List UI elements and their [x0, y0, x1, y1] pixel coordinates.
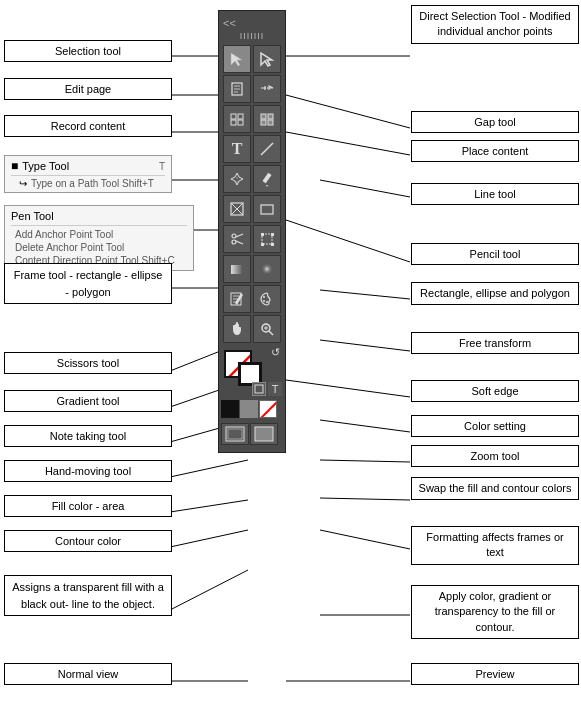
svg-rect-33	[238, 120, 243, 125]
row-note-color	[219, 284, 285, 314]
svg-line-11	[170, 530, 248, 547]
none-swatch[interactable]	[259, 400, 277, 418]
svg-point-45	[232, 234, 236, 238]
gradient-tool-btn[interactable]	[223, 255, 251, 283]
delete-anchor-label: Delete Anchor Point Tool	[11, 241, 187, 254]
label-color-setting: Color setting	[411, 415, 579, 437]
svg-line-18	[286, 220, 410, 262]
label-edit-page: Edit page	[4, 78, 172, 100]
record-content-btn[interactable]	[223, 105, 251, 133]
label-apply-color: Apply color, gradient or transparency to…	[411, 585, 579, 639]
row-edit-gap	[219, 74, 285, 104]
black-swatch[interactable]	[221, 400, 239, 418]
gap-tool-btn[interactable]	[253, 75, 281, 103]
svg-point-62	[266, 301, 268, 303]
svg-rect-68	[255, 385, 263, 393]
label-rect-ellipse: Rectangle, ellipse and polygon	[411, 282, 579, 305]
svg-line-24	[320, 498, 410, 500]
row-scissors-transform	[219, 224, 285, 254]
pen-tool-label: Pen Tool	[11, 210, 54, 222]
svg-rect-50	[261, 233, 264, 236]
formatting-frame-btn[interactable]	[252, 382, 266, 396]
svg-line-15	[286, 95, 410, 128]
toolbar-header: IIIIIII	[240, 31, 265, 44]
swap-colors-btn[interactable]: ↺	[271, 346, 280, 359]
svg-line-19	[320, 290, 410, 299]
color-setting-btn[interactable]	[253, 285, 281, 313]
soft-edge-btn[interactable]	[253, 255, 281, 283]
label-direct-selection: Direct Selection Tool - Modified individ…	[411, 5, 579, 44]
label-selection-tool: Selection tool	[4, 40, 172, 62]
edit-page-btn[interactable]	[223, 75, 251, 103]
label-fill-color: Fill color - area	[4, 495, 172, 517]
svg-rect-34	[261, 114, 266, 119]
label-hand-moving: Hand-moving tool	[4, 460, 172, 482]
label-line-tool: Line tool	[411, 183, 579, 205]
label-free-transform: Free transform	[411, 332, 579, 354]
label-pen-tool-popup: Pen Tool Add Anchor Point Tool Delete An…	[4, 205, 194, 271]
gray-swatch[interactable]	[240, 400, 258, 418]
svg-line-23	[320, 460, 410, 462]
label-normal-view: Normal view	[4, 663, 172, 685]
svg-marker-40	[266, 185, 268, 187]
svg-rect-31	[238, 114, 243, 119]
pen-tool-btn[interactable]	[223, 165, 251, 193]
svg-rect-72	[255, 427, 273, 441]
label-formatting-affects: Formatting affects frames or text	[411, 526, 579, 565]
toolbar: << IIIIIII	[218, 10, 286, 453]
type-tool-btn[interactable]: T	[223, 135, 251, 163]
direct-selection-tool-btn[interactable]	[253, 45, 281, 73]
label-gap-tool: Gap tool	[411, 111, 579, 133]
zoom-tool-btn[interactable]	[253, 315, 281, 343]
svg-line-48	[236, 241, 243, 244]
note-tool-btn[interactable]	[223, 285, 251, 313]
scissors-tool-btn[interactable]	[223, 225, 251, 253]
svg-point-60	[263, 296, 265, 298]
row-record-place	[219, 104, 285, 134]
label-record-content: Record content	[4, 115, 172, 137]
selection-tool-btn[interactable]	[223, 45, 251, 73]
place-content-btn[interactable]	[253, 105, 281, 133]
svg-line-22	[320, 420, 410, 432]
bottom-swatches-row	[221, 400, 283, 418]
label-gradient-tool: Gradient tool	[4, 390, 172, 412]
frame-tool-btn[interactable]	[223, 195, 251, 223]
svg-rect-30	[231, 114, 236, 119]
svg-line-17	[320, 180, 410, 197]
row-type-line: T	[219, 134, 285, 164]
collapse-button[interactable]: <<	[223, 17, 236, 29]
type-on-path-label: Type on a Path Tool Shift+T	[31, 178, 154, 189]
rectangle-tool-btn[interactable]	[253, 195, 281, 223]
svg-line-25	[320, 530, 410, 549]
row-frame-rect	[219, 194, 285, 224]
line-tool-btn[interactable]	[253, 135, 281, 163]
formatting-btn[interactable]: T	[268, 382, 282, 396]
type-tool-label: Type Tool	[22, 160, 69, 172]
svg-point-46	[232, 240, 236, 244]
svg-line-47	[236, 234, 243, 237]
preview-btn[interactable]	[250, 423, 278, 445]
svg-line-38	[261, 143, 273, 155]
pencil-tool-btn[interactable]	[253, 165, 281, 193]
hand-tool-btn[interactable]	[223, 315, 251, 343]
free-transform-btn[interactable]	[253, 225, 281, 253]
svg-rect-53	[271, 243, 274, 246]
svg-rect-44	[261, 205, 273, 214]
svg-rect-32	[231, 120, 236, 125]
svg-line-12	[170, 570, 248, 610]
row-pen-pencil	[219, 164, 285, 194]
label-swap-fill: Swap the fill and contour colors	[411, 477, 579, 500]
label-assigns-transparent: Assigns a transparent fill with a black …	[4, 575, 172, 616]
svg-rect-36	[261, 120, 266, 125]
svg-line-21	[286, 380, 410, 397]
svg-rect-37	[268, 120, 273, 125]
normal-view-btn[interactable]	[221, 423, 249, 445]
svg-rect-55	[261, 263, 273, 275]
label-scissors-tool: Scissors tool	[4, 352, 172, 374]
svg-line-16	[286, 132, 410, 155]
label-zoom-tool: Zoom tool	[411, 445, 579, 467]
label-note-taking: Note taking tool	[4, 425, 172, 447]
svg-rect-51	[271, 233, 274, 236]
label-type-tool-popup: ■ Type Tool T ↪ Type on a Path Tool Shif…	[4, 155, 172, 193]
label-preview: Preview	[411, 663, 579, 685]
